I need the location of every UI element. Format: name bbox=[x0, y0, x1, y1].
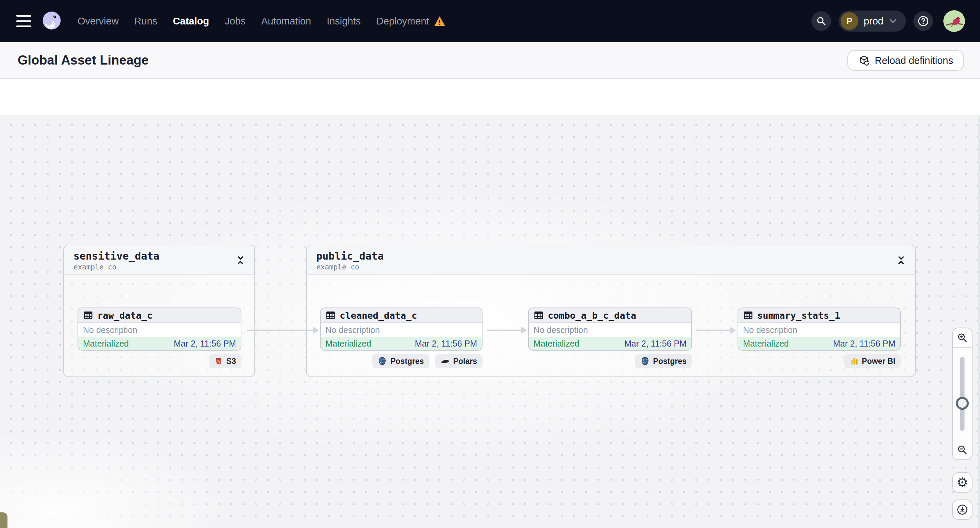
primary-nav: Overview Runs Catalog Jobs Automation In… bbox=[78, 16, 445, 27]
warning-icon bbox=[434, 16, 445, 27]
hamburger-menu-icon[interactable] bbox=[16, 15, 31, 27]
asset-tags: Power BI bbox=[844, 354, 901, 368]
nav-item-deployment[interactable]: Deployment bbox=[376, 16, 445, 27]
environment-switcher[interactable]: P prod bbox=[838, 11, 906, 32]
reload-cube-icon bbox=[858, 55, 870, 66]
top-navbar: Overview Runs Catalog Jobs Automation In… bbox=[0, 0, 980, 42]
zoom-in-icon bbox=[957, 332, 968, 343]
status-badge: Materialized bbox=[83, 339, 129, 349]
user-avatar[interactable] bbox=[943, 10, 965, 32]
asset-card-header[interactable]: summary_stats_1 bbox=[738, 308, 900, 323]
asset-card-header[interactable]: cleaned_data_c bbox=[321, 308, 482, 323]
environment-name: prod bbox=[864, 16, 883, 27]
download-graph-button[interactable] bbox=[952, 499, 972, 520]
asset-name: cleaned_data_c bbox=[340, 310, 417, 321]
search-icon bbox=[816, 16, 826, 26]
group-location: example_co bbox=[73, 263, 116, 271]
asset-card-raw-data-c[interactable]: raw_data_c No description Materialized M… bbox=[78, 308, 242, 350]
postgres-icon bbox=[640, 357, 650, 366]
polars-icon bbox=[441, 357, 450, 365]
table-icon bbox=[83, 310, 93, 320]
tag-label: Power BI bbox=[862, 357, 895, 366]
zoom-out-icon bbox=[957, 444, 968, 455]
asset-name: combo_a_b_c_data bbox=[548, 310, 636, 321]
zoom-slider-track[interactable] bbox=[960, 357, 965, 431]
page-header: Global Asset Lineage Reload definitions bbox=[0, 42, 980, 79]
nav-item-automation[interactable]: Automation bbox=[261, 16, 311, 27]
collapse-group-button[interactable] bbox=[234, 254, 247, 267]
zoom-in-button[interactable] bbox=[953, 328, 972, 348]
group-name: sensitive_data bbox=[73, 250, 159, 262]
asset-card-cleaned-data-c[interactable]: cleaned_data_c No description Materializ… bbox=[320, 308, 482, 350]
dagster-logo-icon[interactable] bbox=[40, 10, 63, 33]
zoom-out-button[interactable] bbox=[953, 440, 972, 459]
tag-label: S3 bbox=[226, 357, 236, 366]
asset-description: No description bbox=[78, 323, 241, 337]
materialization-timestamp[interactable]: Mar 2, 11:56 PM bbox=[415, 339, 477, 349]
materialization-timestamp[interactable]: Mar 2, 11:56 PM bbox=[833, 339, 895, 349]
canvas-right-edge bbox=[978, 116, 980, 528]
kind-tag-postgres[interactable]: Postgres bbox=[372, 354, 429, 368]
nav-item-overview[interactable]: Overview bbox=[78, 16, 119, 27]
asset-tags: Postgres Polars bbox=[372, 354, 482, 368]
asset-name: summary_stats_1 bbox=[757, 310, 840, 321]
tag-label: Postgres bbox=[653, 357, 687, 366]
lineage-edge bbox=[487, 330, 522, 331]
nav-item-runs[interactable]: Runs bbox=[134, 16, 158, 27]
tag-label: Postgres bbox=[390, 357, 424, 366]
kind-tag-powerbi[interactable]: Power BI bbox=[844, 354, 901, 368]
reload-definitions-button[interactable]: Reload definitions bbox=[847, 50, 964, 71]
kind-tag-polars[interactable]: Polars bbox=[435, 354, 482, 368]
group-location: example_co bbox=[316, 263, 359, 271]
nav-item-jobs[interactable]: Jobs bbox=[225, 16, 245, 27]
group-header[interactable]: public_data example_co bbox=[307, 245, 915, 274]
asset-card-summary-stats-1[interactable]: summary_stats_1 No description Materiali… bbox=[738, 308, 901, 350]
materialization-timestamp[interactable]: Mar 2, 11:56 PM bbox=[174, 339, 236, 349]
kind-tag-postgres[interactable]: Postgres bbox=[635, 354, 692, 368]
reload-definitions-label: Reload definitions bbox=[875, 55, 953, 66]
dagster-app: Overview Runs Catalog Jobs Automation In… bbox=[0, 0, 980, 528]
asset-card-combo-a-b-c-data[interactable]: combo_a_b_c_data No description Material… bbox=[528, 308, 692, 350]
table-icon bbox=[325, 310, 336, 320]
page-title: Global Asset Lineage bbox=[18, 53, 149, 68]
asset-status-row: Materialized Mar 2, 11:56 PM bbox=[529, 337, 691, 350]
collapse-icon bbox=[235, 254, 245, 266]
zoom-toolbar bbox=[952, 328, 972, 460]
kind-tag-s3[interactable]: S3 bbox=[209, 354, 242, 368]
asset-status-row: Materialized Mar 2, 11:56 PM bbox=[321, 337, 482, 350]
asset-description: No description bbox=[321, 323, 482, 337]
materialization-timestamp[interactable]: Mar 2, 11:56 PM bbox=[624, 339, 687, 349]
help-button[interactable] bbox=[913, 11, 933, 31]
s3-icon bbox=[214, 357, 223, 366]
lineage-canvas[interactable]: sensitive_data example_co public_data ex… bbox=[0, 116, 980, 528]
zoom-slider[interactable] bbox=[953, 348, 972, 440]
minimap-corner bbox=[0, 512, 8, 528]
collapse-icon bbox=[896, 254, 906, 266]
gear-icon: ⚙ bbox=[956, 475, 968, 490]
asset-tags: Postgres bbox=[635, 354, 692, 368]
lineage-edge bbox=[247, 330, 313, 331]
global-search-button[interactable] bbox=[811, 11, 831, 31]
avatar-bird-image bbox=[943, 10, 965, 32]
nav-item-catalog[interactable]: Catalog bbox=[173, 16, 209, 27]
graph-settings-button[interactable]: ⚙ bbox=[952, 472, 972, 493]
asset-card-header[interactable]: raw_data_c bbox=[78, 308, 241, 323]
zoom-slider-handle[interactable] bbox=[956, 397, 969, 410]
collapse-group-button[interactable] bbox=[895, 254, 908, 267]
status-badge: Materialized bbox=[533, 339, 579, 349]
table-icon bbox=[533, 310, 544, 320]
asset-status-row: Materialized Mar 2, 11:56 PM bbox=[78, 337, 241, 350]
postgres-icon bbox=[377, 357, 387, 366]
nav-item-insights[interactable]: Insights bbox=[327, 16, 361, 27]
status-badge: Materialized bbox=[743, 339, 789, 349]
powerbi-icon bbox=[850, 357, 859, 366]
lineage-edge bbox=[696, 330, 730, 331]
lineage-toolbar: All assets key: "raw_data_c" + and + key… bbox=[0, 79, 980, 116]
group-header[interactable]: sensitive_data example_co bbox=[64, 245, 255, 274]
asset-card-header[interactable]: combo_a_b_c_data bbox=[529, 308, 691, 323]
asset-status-row: Materialized Mar 2, 11:56 PM bbox=[738, 337, 900, 350]
help-icon bbox=[918, 15, 929, 27]
asset-description: No description bbox=[529, 323, 691, 337]
asset-description: No description bbox=[738, 323, 900, 337]
status-badge: Materialized bbox=[325, 339, 371, 349]
